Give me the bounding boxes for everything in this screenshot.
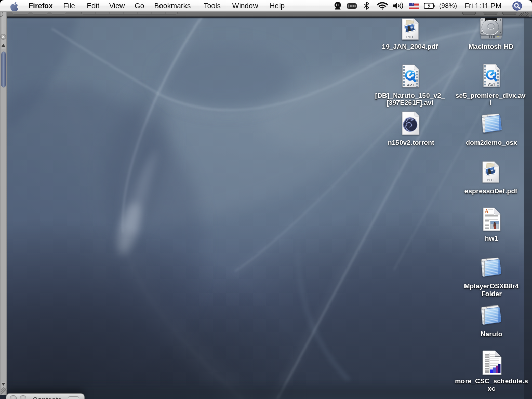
svg-text:A: A — [485, 208, 489, 214]
